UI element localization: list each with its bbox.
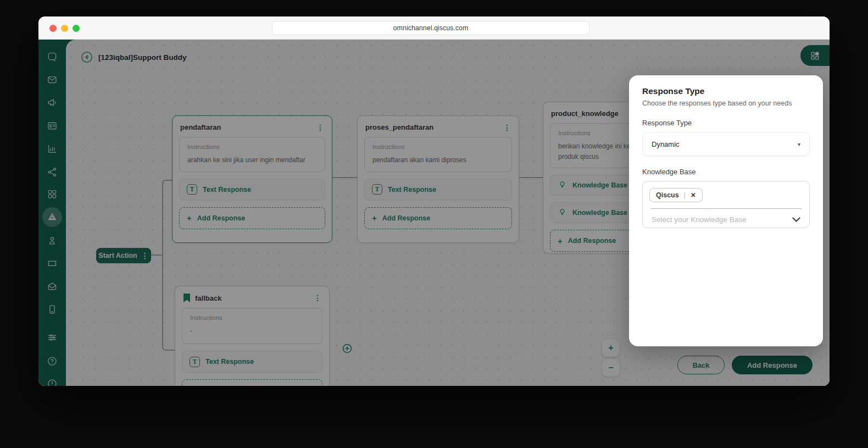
knowledge-base-chip[interactable]: Qiscus | ✕ <box>649 188 703 202</box>
browser-window: omnichannel.qiscus.com <box>38 16 830 386</box>
knowledge-base-multiselect[interactable]: Qiscus | ✕ Select your Knowledge Base <box>642 181 810 228</box>
zoom-window-button[interactable] <box>73 25 80 32</box>
response-type-value: Dynamic <box>652 140 680 148</box>
url-text: omnichannel.qiscus.com <box>393 24 469 32</box>
browser-chrome: omnichannel.qiscus.com <box>38 16 830 40</box>
address-bar[interactable]: omnichannel.qiscus.com <box>272 21 589 35</box>
panel-subtitle: Choose the responses type based on your … <box>642 99 810 107</box>
response-type-label: Response Type <box>642 119 810 127</box>
chip-remove-icon[interactable]: ✕ <box>691 191 696 199</box>
panel-title: Response Type <box>642 86 810 96</box>
chevron-down-icon <box>792 215 800 224</box>
knowledge-base-select-row[interactable]: Select your Knowledge Base <box>649 209 803 224</box>
minimize-window-button[interactable] <box>61 25 68 32</box>
response-type-dropdown[interactable]: Dynamic ▾ <box>642 132 810 156</box>
caret-down-icon: ▾ <box>798 141 800 147</box>
chip-separator: | <box>684 191 686 199</box>
chip-label: Qiscus <box>656 191 679 199</box>
app-root: [123iqbal]Support Buddy Start Action ⋮ p… <box>38 40 830 386</box>
knowledge-base-label: Knowledge Base <box>642 168 810 176</box>
response-type-panel: Response Type Choose the responses type … <box>629 75 823 346</box>
knowledge-base-placeholder: Select your Knowledge Base <box>652 215 747 224</box>
traffic-lights <box>49 25 80 32</box>
close-window-button[interactable] <box>49 25 57 32</box>
